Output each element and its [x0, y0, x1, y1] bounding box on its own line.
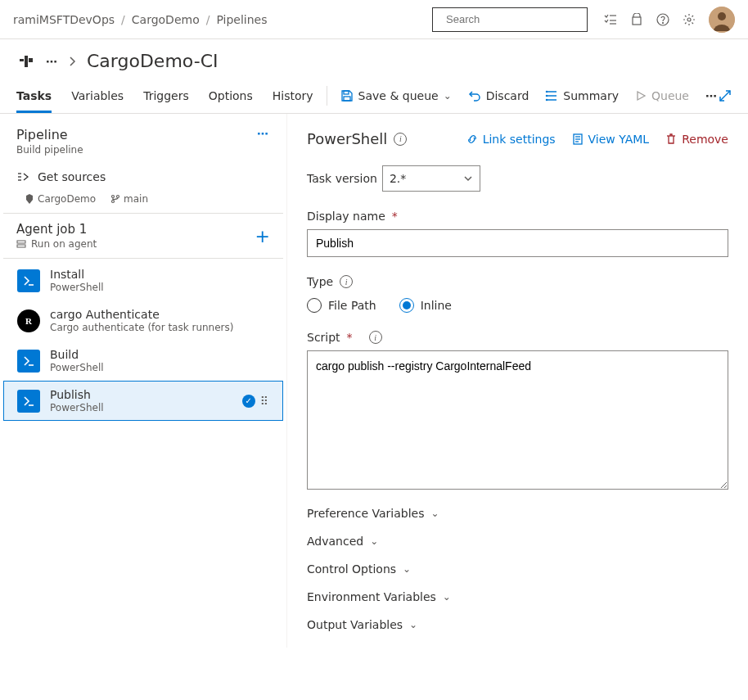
svg-marker-22 — [638, 92, 645, 100]
task-name: Install — [50, 268, 104, 281]
section-label: Preference Variables — [307, 507, 424, 520]
radio-unchecked-icon — [307, 298, 322, 313]
task-name: cargo Authenticate — [50, 308, 233, 321]
trash-icon — [665, 133, 677, 145]
svg-rect-15 — [344, 97, 350, 101]
svg-point-19 — [547, 91, 547, 92]
breadcrumb-section[interactable]: Pipelines — [216, 13, 267, 26]
section-advanced[interactable]: Advanced ⌄ — [307, 535, 728, 548]
repo-indicator[interactable]: CargoDemo — [25, 193, 96, 205]
drag-handle-icon[interactable]: ⠿ — [260, 399, 269, 404]
tab-history[interactable]: History — [273, 78, 313, 113]
svg-rect-13 — [29, 58, 33, 62]
info-icon[interactable]: i — [369, 331, 382, 344]
svg-line-24 — [720, 96, 725, 101]
task-item-cargo-authenticate[interactable]: R cargo Authenticate Cargo authenticate … — [3, 300, 283, 341]
tab-triggers[interactable]: Triggers — [143, 78, 189, 113]
svg-line-23 — [725, 91, 730, 96]
type-file-path-radio[interactable]: File Path — [307, 298, 376, 313]
section-output-variables[interactable]: Output Variables ⌄ — [307, 618, 728, 631]
svg-point-28 — [112, 196, 115, 198]
pipeline-subtitle: Build pipeline — [16, 144, 83, 156]
queue-label: Queue — [651, 89, 689, 102]
required-asterisk: * — [392, 210, 398, 223]
type-file-path-label: File Path — [328, 299, 376, 312]
task-version-select[interactable]: 2.* — [382, 165, 480, 192]
yaml-icon — [572, 133, 584, 145]
task-item-build[interactable]: Build PowerShell — [3, 341, 283, 381]
add-task-button[interactable]: + — [255, 226, 270, 246]
task-name: Publish — [50, 388, 104, 401]
discard-button[interactable]: Discard — [468, 89, 529, 102]
svg-rect-5 — [633, 17, 641, 25]
get-sources-node[interactable]: Get sources — [3, 165, 283, 192]
task-version-value: 2.* — [390, 172, 406, 185]
svg-rect-32 — [17, 245, 25, 247]
info-icon[interactable]: i — [394, 133, 407, 146]
type-inline-label: Inline — [421, 299, 452, 312]
chevron-down-icon: ⌄ — [409, 619, 417, 630]
pipeline-node[interactable]: Pipeline Build pipeline — [16, 127, 83, 156]
link-settings-button[interactable]: Link settings — [466, 133, 556, 146]
powershell-icon — [17, 390, 40, 413]
section-environment-variables[interactable]: Environment Variables ⌄ — [307, 590, 728, 603]
breadcrumb: ramiMSFTDevOps / CargoDemo / Pipelines — [13, 13, 268, 26]
link-settings-label: Link settings — [483, 133, 556, 146]
svg-point-20 — [547, 95, 547, 96]
breadcrumb-org[interactable]: ramiMSFTDevOps — [13, 13, 115, 26]
svg-rect-12 — [25, 56, 28, 67]
display-name-input[interactable] — [307, 229, 728, 257]
info-icon[interactable]: i — [340, 275, 353, 288]
type-inline-radio[interactable]: Inline — [399, 298, 452, 313]
section-control-options[interactable]: Control Options ⌄ — [307, 562, 728, 576]
tab-options[interactable]: Options — [209, 78, 253, 113]
radio-checked-icon — [399, 298, 414, 313]
section-label: Advanced — [307, 535, 363, 548]
agent-job-subtitle: Run on agent — [31, 238, 97, 250]
svg-point-10 — [718, 12, 726, 20]
breadcrumb-separator: / — [121, 13, 125, 26]
rust-icon: R — [17, 309, 40, 332]
search-input-container[interactable] — [432, 7, 588, 32]
powershell-icon — [17, 350, 40, 373]
summary-label: Summary — [563, 89, 619, 102]
required-asterisk: * — [347, 331, 353, 344]
breadcrumb-project[interactable]: CargoDemo — [132, 13, 200, 26]
branch-name: main — [124, 193, 148, 205]
repo-name: CargoDemo — [38, 193, 96, 205]
remove-button[interactable]: Remove — [665, 133, 728, 146]
type-label: Type — [307, 275, 333, 288]
page-title: CargoDemo-CI — [87, 51, 219, 71]
chevron-down-icon — [463, 174, 473, 183]
task-subtitle: PowerShell — [50, 362, 104, 373]
script-textarea[interactable] — [307, 350, 728, 490]
summary-button[interactable]: Summary — [545, 89, 619, 102]
help-icon[interactable] — [656, 13, 669, 26]
marketplace-icon[interactable] — [630, 13, 643, 26]
view-yaml-button[interactable]: View YAML — [572, 133, 650, 146]
tab-variables[interactable]: Variables — [71, 78, 124, 113]
more-commands[interactable]: ⋯ — [705, 89, 719, 102]
save-and-queue-label: Save & queue — [358, 89, 439, 102]
task-item-install[interactable]: Install PowerShell — [3, 260, 283, 300]
queue-button: Queue — [635, 89, 689, 102]
task-subtitle: Cargo authenticate (for task runners) — [50, 322, 233, 333]
pipeline-more-menu[interactable]: ⋯ — [257, 127, 270, 140]
save-and-queue-button[interactable]: Save & queue ⌄ — [340, 89, 452, 102]
chevron-down-icon: ⌄ — [403, 563, 411, 575]
discard-label: Discard — [486, 89, 529, 102]
search-input[interactable] — [444, 12, 585, 26]
section-preference-variables[interactable]: Preference Variables ⌄ — [307, 507, 728, 520]
agent-job-node[interactable]: Agent job 1 Run on agent + — [3, 213, 283, 259]
branch-indicator[interactable]: main — [110, 193, 148, 205]
chevron-down-icon: ⌄ — [370, 535, 378, 547]
fullscreen-icon[interactable] — [719, 89, 732, 102]
chevron-down-icon: ⌄ — [430, 508, 439, 519]
section-label: Output Variables — [307, 618, 403, 631]
more-menu[interactable]: ⋯ — [46, 55, 59, 68]
task-item-publish[interactable]: Publish PowerShell ✓ ⠿ — [3, 381, 283, 421]
settings-icon[interactable] — [683, 13, 696, 26]
tab-tasks[interactable]: Tasks — [16, 78, 52, 113]
work-items-icon[interactable] — [604, 13, 617, 26]
avatar[interactable] — [709, 7, 735, 33]
